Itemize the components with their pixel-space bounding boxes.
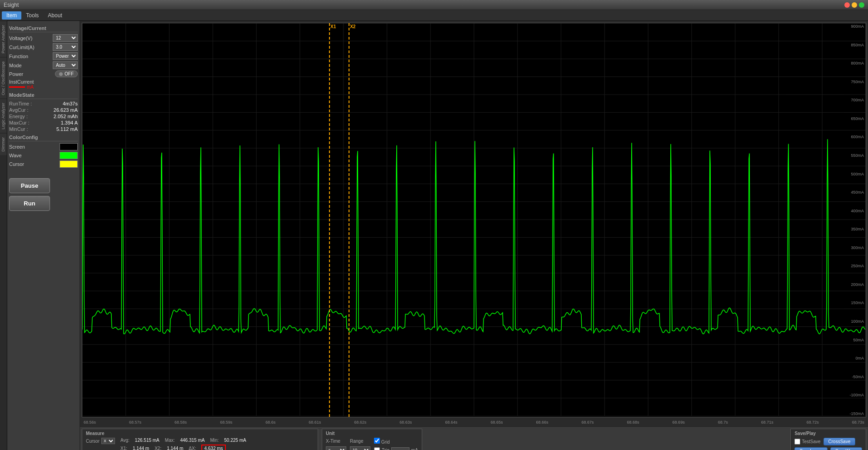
function-row: Function Power Measure: [9, 52, 78, 60]
tab-dimmer[interactable]: Dimmer: [0, 133, 7, 155]
curlimit-label: CurLimit(A): [9, 45, 41, 50]
grid-check-label: Grid: [374, 438, 418, 445]
power-toggle[interactable]: OFF: [55, 70, 78, 77]
measure-stats-area: Avg: 126.515 mA Max: 446.315 mA Min: 50.…: [120, 438, 246, 450]
unit-title: Unit: [326, 431, 418, 436]
menu-item-item[interactable]: Item: [2, 11, 21, 20]
function-select[interactable]: Power Measure: [53, 52, 78, 60]
min-label: Min:: [210, 438, 219, 443]
wave-color-row: Wave: [9, 152, 78, 159]
crosssave-button[interactable]: CrossSave: [823, 438, 856, 445]
bottom-panel: Measure Cursor X Y Avg: 126.515 mA Ma: [80, 426, 868, 450]
x-label-5: 68.61s: [309, 420, 321, 426]
tab-oscilloscope[interactable]: Osc / Oscilloscope: [0, 57, 7, 99]
testsave-label: TestSave: [802, 439, 820, 444]
runtime-row: RunTime : 4m37s: [9, 101, 78, 106]
trig-ma-label: mA: [411, 448, 418, 450]
measure-section: Measure Cursor X Y Avg: 126.515 mA Ma: [82, 429, 318, 450]
mode-label: Mode: [9, 63, 41, 68]
x-label-6: 68.62s: [354, 420, 366, 426]
voltage-select[interactable]: 12 5 3.3: [53, 34, 78, 42]
x-label-12: 68.68s: [627, 420, 639, 426]
x-label-8: 68.64s: [445, 420, 457, 426]
run-button[interactable]: Run: [9, 196, 50, 211]
x-label-14: 68.7s: [718, 420, 728, 426]
x-label-0: 68.56s: [84, 420, 96, 426]
mode-select[interactable]: Auto Manual: [53, 61, 78, 69]
cursor-label: Cursor: [9, 161, 41, 167]
x-label-9: 68.65s: [490, 420, 503, 426]
trig-row: Trig mA: [374, 447, 418, 450]
maximize-button[interactable]: [859, 2, 864, 8]
runtime-label: RunTime :: [9, 101, 32, 106]
trig-label: Trig: [382, 448, 389, 450]
menubar: Item Tools About: [0, 10, 868, 21]
close-button[interactable]: [844, 2, 850, 8]
power-state: OFF: [65, 71, 74, 76]
power-row: Power OFF: [9, 70, 78, 77]
waveform-canvas: [82, 23, 866, 416]
menu-item-about[interactable]: About: [43, 11, 66, 20]
x1-value: 1.144 m: [133, 446, 149, 450]
savewave-button[interactable]: SaveWave: [830, 447, 862, 450]
section-modestate: ModeState: [9, 92, 78, 99]
xtime-label: X-Time: [326, 439, 346, 444]
tab-power-analyzer[interactable]: Power Analyzer: [0, 21, 7, 57]
delta-x-label: ΔX:: [189, 446, 196, 450]
trig-checkbox[interactable]: [374, 447, 380, 450]
left-tabs: Power Analyzer Osc / Oscilloscope Logic …: [0, 21, 7, 450]
measure-top-row: Avg: 126.515 mA Max: 446.315 mA Min: 50.…: [120, 438, 246, 443]
avgcur-value: 26.623 mA: [54, 107, 78, 113]
x-label-3: 68.59s: [220, 420, 232, 426]
screen-label: Screen: [9, 144, 41, 150]
mincur-label: MinCur :: [9, 126, 28, 132]
screen-color-box[interactable]: [60, 143, 78, 150]
cursor-color-box[interactable]: [60, 160, 78, 168]
mincur-value: 5.112 mA: [56, 126, 78, 132]
curlimit-select[interactable]: 3.0 1.0 0.5: [53, 43, 78, 51]
energy-row: Energy : 2.052 mAh: [9, 114, 78, 119]
testsave-checkbox[interactable]: [794, 439, 800, 445]
cursor-type-select[interactable]: X Y: [101, 438, 115, 444]
pause-button[interactable]: Pause: [9, 178, 50, 193]
x-label-16: 68.72s: [807, 420, 819, 426]
window-buttons: [844, 2, 864, 8]
x-label-2: 68.58s: [175, 420, 187, 426]
cursor-x2-line[interactable]: [349, 23, 349, 417]
x2-value: 1.144 m: [167, 446, 183, 450]
cursor-type-area: Cursor X Y: [86, 438, 115, 444]
section-colorconfig: ColorConfig: [9, 135, 78, 141]
saveimage-button[interactable]: SaveImage: [794, 447, 828, 450]
tab-logic-analyzer[interactable]: Logic Analyzer: [0, 99, 7, 133]
runtime-value: 4m37s: [63, 101, 78, 106]
oscilloscope-chart[interactable]: X1 X2 900mA 850mA 800mA 750mA 700mA 650m…: [82, 23, 866, 417]
testsave-check-label: TestSave: [794, 439, 820, 445]
maxcur-label: MaxCur :: [9, 120, 30, 125]
grid-checkbox[interactable]: [374, 438, 380, 444]
ma-label: mA: [27, 85, 34, 90]
minimize-button[interactable]: [852, 2, 857, 8]
power-label: Power: [9, 71, 41, 77]
unit-section: Unit X-Time Range Grid s ms 10 5: [322, 429, 422, 450]
x-label-11: 68.67s: [582, 420, 594, 426]
maxcur-value: 1.394 A: [61, 120, 78, 125]
x-label-10: 68.66s: [536, 420, 548, 426]
energy-label: Energy :: [9, 114, 28, 119]
wave-color-box[interactable]: [60, 152, 78, 159]
titlebar: Esight: [0, 0, 868, 10]
instcurrent-row: InstCurrent mA: [9, 79, 78, 90]
max-value: 446.315 mA: [180, 438, 205, 443]
avg-label: Avg:: [120, 438, 130, 443]
trig-value-input[interactable]: [391, 447, 409, 450]
cursor-color-row: Cursor: [9, 160, 78, 168]
cursor-type-label: Cursor: [86, 439, 100, 444]
section-voltage-current: Voltage/Current: [9, 25, 78, 32]
xtime-unit-select[interactable]: s ms: [326, 446, 346, 450]
menu-item-tools[interactable]: Tools: [21, 11, 43, 20]
xtime-range-select[interactable]: 10 5 1: [350, 446, 370, 450]
screen-color-row: Screen: [9, 143, 78, 150]
measure-x1-row: X1: 1.144 m X2: 1.144 m ΔX: 4.632 ms: [120, 445, 246, 450]
red-bar: [9, 86, 25, 88]
cursor-x1-line[interactable]: [329, 23, 330, 417]
unit-grid: X-Time Range Grid s ms 10 5 1: [326, 438, 418, 450]
